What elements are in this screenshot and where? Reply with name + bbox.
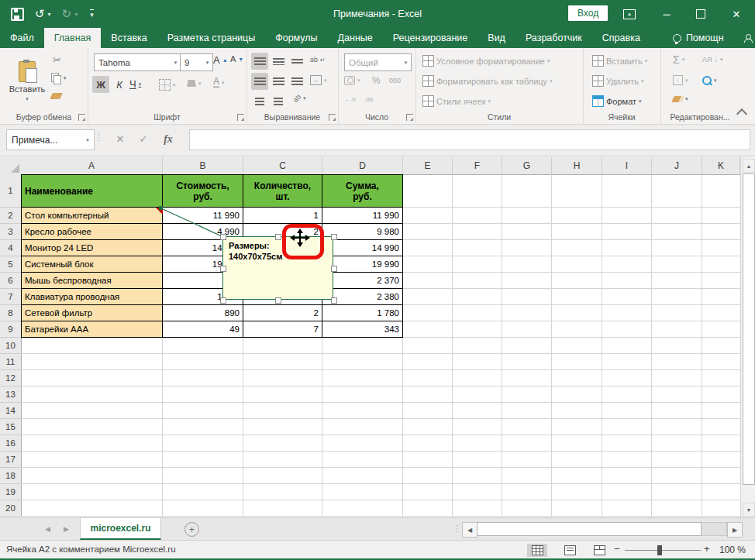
row-header-10[interactable]: 10 bbox=[0, 338, 22, 354]
table-header-cell[interactable]: Наименование bbox=[21, 174, 163, 208]
number-format-combo[interactable]: Общий▾ bbox=[344, 53, 412, 71]
row-header-9[interactable]: 9 bbox=[0, 321, 22, 338]
comment-resize-handle[interactable] bbox=[220, 234, 226, 240]
align-middle-button[interactable] bbox=[270, 53, 287, 70]
comma-style-button[interactable]: 000 bbox=[389, 77, 401, 84]
underline-button[interactable]: Ч▾ bbox=[129, 78, 141, 90]
comment-resize-handle[interactable] bbox=[331, 297, 337, 304]
comment-resize-handle[interactable] bbox=[275, 234, 281, 240]
row-header-13[interactable]: 13 bbox=[0, 387, 22, 403]
hscroll-right-icon[interactable]: ▶ bbox=[727, 522, 743, 538]
accounting-format-button[interactable]: ▾ bbox=[344, 76, 360, 85]
copy-button[interactable]: ▾ bbox=[51, 73, 67, 84]
row-header-19[interactable]: 19 bbox=[0, 484, 22, 500]
table-cell[interactable]: 1 780 bbox=[322, 305, 403, 321]
table-cell[interactable]: 7 bbox=[243, 321, 322, 338]
align-center-button[interactable] bbox=[270, 73, 287, 90]
percent-style-button[interactable]: % bbox=[372, 75, 381, 86]
column-header-A[interactable]: A bbox=[21, 157, 163, 175]
alignment-dialog-launcher-icon[interactable] bbox=[329, 114, 336, 121]
font-name-combo[interactable]: Tahoma▾ bbox=[94, 53, 181, 71]
row-header-11[interactable]: 11 bbox=[0, 354, 22, 370]
column-header-D[interactable]: D bbox=[322, 157, 403, 175]
cancel-entry-icon[interactable]: ✕ bbox=[110, 129, 130, 149]
tab-Файл[interactable]: Файл bbox=[0, 28, 44, 48]
close-button[interactable]: ✕ bbox=[719, 0, 753, 28]
align-left-button[interactable] bbox=[251, 73, 268, 90]
insert-cells-button[interactable]: Вставить▾ bbox=[592, 55, 647, 67]
row-header-18[interactable]: 18 bbox=[0, 468, 22, 484]
comment-resize-handle[interactable] bbox=[331, 234, 337, 240]
increase-decimal-button[interactable]: ←.0 bbox=[344, 96, 356, 103]
table-cell[interactable]: 890 bbox=[163, 305, 243, 321]
increase-font-size-button[interactable]: А▲ bbox=[213, 54, 228, 66]
align-right-button[interactable] bbox=[288, 73, 305, 90]
zoom-slider-thumb[interactable] bbox=[657, 545, 662, 555]
format-cells-button[interactable]: Формат▾ bbox=[592, 95, 642, 107]
column-header-B[interactable]: B bbox=[163, 157, 243, 175]
table-cell[interactable]: 343 bbox=[322, 321, 403, 338]
row-header-1[interactable]: 1 bbox=[0, 174, 22, 208]
merge-center-button[interactable]: ↔▾ bbox=[310, 75, 327, 85]
table-cell[interactable]: Клавиатура проводная bbox=[21, 289, 163, 305]
zoom-in-icon[interactable]: + bbox=[704, 543, 710, 555]
row-header-17[interactable]: 17 bbox=[0, 452, 22, 468]
tab-Вид[interactable]: Вид bbox=[477, 28, 515, 48]
comment-resize-handle[interactable] bbox=[331, 266, 337, 272]
tab-Данные[interactable]: Данные bbox=[328, 28, 383, 48]
row-header-14[interactable]: 14 bbox=[0, 403, 22, 419]
column-header-H[interactable]: H bbox=[552, 157, 602, 175]
insert-function-icon[interactable]: fx bbox=[158, 129, 178, 149]
sign-in-button[interactable]: Вход bbox=[568, 5, 608, 21]
wrap-text-button[interactable]: ab↵ bbox=[310, 56, 326, 64]
row-header-12[interactable]: 12 bbox=[0, 370, 22, 387]
row-header-4[interactable]: 4 bbox=[0, 240, 22, 256]
borders-button[interactable]: ▾ bbox=[159, 79, 176, 91]
ribbon-display-options-icon[interactable]: ▴ bbox=[612, 0, 646, 28]
zoom-slider-track[interactable] bbox=[625, 550, 701, 551]
select-all-button[interactable] bbox=[0, 157, 22, 175]
conditional-formatting-button[interactable]: Условное форматирование▾ bbox=[422, 55, 550, 67]
fill-color-button[interactable]: ▾ bbox=[187, 80, 202, 87]
view-page-layout-icon[interactable] bbox=[560, 544, 580, 557]
font-size-combo[interactable]: 9▾ bbox=[180, 53, 213, 71]
table-header-cell[interactable]: Сумма, руб. bbox=[322, 174, 403, 208]
view-normal-icon[interactable] bbox=[527, 544, 547, 557]
vertical-scrollbar[interactable]: ▲ ▼ bbox=[740, 157, 755, 517]
table-cell[interactable]: Системный блок bbox=[21, 256, 163, 273]
comment-resize-handle[interactable] bbox=[275, 297, 281, 304]
table-header-cell[interactable]: Количество, шт. bbox=[243, 174, 322, 208]
view-page-break-icon[interactable] bbox=[589, 544, 609, 557]
table-cell[interactable]: 1 bbox=[243, 208, 322, 224]
align-top-button[interactable] bbox=[251, 53, 268, 70]
tab-Помощн[interactable]: Помощн bbox=[663, 28, 734, 48]
number-dialog-launcher-icon[interactable] bbox=[406, 114, 413, 121]
horizontal-scroll-thumb[interactable] bbox=[477, 522, 702, 536]
tab-Главная[interactable]: Главная bbox=[44, 28, 102, 48]
table-cell[interactable]: 11 990 bbox=[163, 208, 243, 224]
orientation-button[interactable]: ab▾ bbox=[293, 94, 306, 102]
hscroll-left-icon[interactable]: ◀ bbox=[462, 522, 477, 538]
decrease-font-size-button[interactable]: А▼ bbox=[230, 54, 243, 64]
row-header-2[interactable]: 2 bbox=[0, 208, 22, 224]
name-box[interactable]: Примеча... ▾ bbox=[6, 129, 95, 150]
name-box-dropdown-icon[interactable]: ▾ bbox=[81, 130, 94, 149]
column-header-K[interactable]: K bbox=[702, 157, 740, 175]
next-sheet-icon[interactable]: ▶ bbox=[64, 525, 69, 533]
cut-button[interactable]: ✂ bbox=[53, 54, 61, 66]
table-cell[interactable]: 14 990 bbox=[322, 240, 403, 256]
tab-Поделиться[interactable]: Поделиться bbox=[734, 28, 755, 48]
comment-resize-handle[interactable] bbox=[220, 297, 226, 304]
clipboard-dialog-launcher-icon[interactable] bbox=[78, 114, 85, 121]
table-cell[interactable]: Стол компьютерный bbox=[21, 208, 163, 224]
sheet-tab-active[interactable]: microexcel.ru bbox=[80, 518, 161, 540]
table-cell[interactable]: Батарейки AAA bbox=[21, 321, 163, 338]
fill-button[interactable]: ↓▾ bbox=[673, 75, 688, 85]
font-color-button[interactable]: А▾ bbox=[213, 77, 225, 88]
column-header-F[interactable]: F bbox=[453, 157, 502, 175]
zoom-out-icon[interactable]: − bbox=[614, 543, 620, 555]
row-header-20[interactable]: 20 bbox=[0, 500, 22, 517]
row-header-3[interactable]: 3 bbox=[0, 224, 22, 240]
clear-button[interactable]: ▾ bbox=[673, 96, 688, 102]
align-bottom-button[interactable] bbox=[288, 53, 305, 70]
